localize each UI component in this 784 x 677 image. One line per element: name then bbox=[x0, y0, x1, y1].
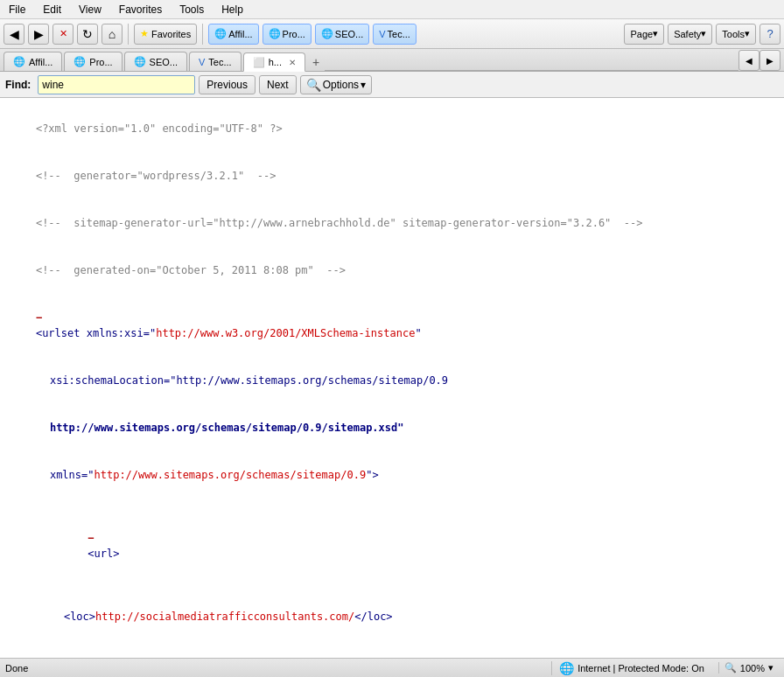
http-sitemaps-line: http://www.sitemaps.org/schemas/sitemap/… bbox=[10, 404, 774, 451]
previous-button[interactable]: Previous bbox=[199, 75, 256, 94]
tab-pro[interactable]: 🌐 Pro... bbox=[64, 52, 122, 71]
favorites-button[interactable]: ★ Favorites bbox=[134, 24, 197, 45]
tab-tec[interactable]: V Tec... bbox=[189, 52, 242, 71]
find-input[interactable] bbox=[38, 75, 195, 94]
tec-icon: V bbox=[379, 29, 385, 39]
options-button[interactable]: 🔍 Options ▾ bbox=[300, 75, 372, 94]
url1-collapse[interactable]: − bbox=[88, 532, 94, 544]
url1-lastmod: <lastmod>2011-09-03T14:38:10+00:00</last… bbox=[10, 640, 774, 658]
tab-affil[interactable]: 🌐 Affil... bbox=[4, 52, 62, 71]
menu-tools[interactable]: Tools bbox=[174, 2, 209, 17]
seo-icon: 🌐 bbox=[321, 28, 333, 39]
toolbar-separator-1 bbox=[128, 24, 129, 45]
xsi-schema-line: xsi:schemaLocation="http://www.sitemaps.… bbox=[10, 357, 774, 404]
menu-favorites[interactable]: Favorites bbox=[114, 2, 167, 17]
xmlns-link[interactable]: http://www.sitemaps.org/schemas/sitemap/… bbox=[94, 469, 366, 481]
new-tab-button[interactable]: + bbox=[307, 53, 325, 71]
toolbar-tab-tec[interactable]: V Tec... bbox=[373, 24, 416, 45]
xml-decl-text: <?xml version="1.0" encoding="UTF-8" ?> bbox=[36, 122, 283, 135]
tab-tec-icon: V bbox=[199, 57, 205, 67]
comment-gen-text: <!-- generator="wordpress/3.2.1" --> bbox=[36, 170, 276, 182]
tools-label: Tools bbox=[722, 29, 745, 39]
tec-label: Tec... bbox=[388, 29, 410, 39]
scroll-tabs-left[interactable]: ◀ bbox=[738, 50, 760, 71]
status-text: Done bbox=[5, 663, 551, 674]
affil-label: Affil... bbox=[228, 29, 252, 39]
next-button[interactable]: Next bbox=[259, 75, 297, 94]
tab-tec-label: Tec... bbox=[208, 57, 231, 67]
options-label: Options bbox=[323, 79, 359, 91]
toolbar-tab-seo[interactable]: 🌐 SEO... bbox=[315, 24, 369, 45]
star-icon: ★ bbox=[140, 28, 149, 39]
options-arrow: ▾ bbox=[360, 79, 366, 91]
help-button[interactable]: ? bbox=[760, 24, 780, 45]
tab-pro-icon: 🌐 bbox=[74, 56, 86, 67]
xsi-link[interactable]: http://www.w3.org/2001/XMLSchema-instanc… bbox=[156, 327, 415, 339]
tab-affil-icon: 🌐 bbox=[13, 56, 25, 67]
tab-pro-label: Pro... bbox=[89, 57, 112, 67]
tab-h[interactable]: ⬜ h... ✕ bbox=[243, 52, 305, 72]
zoom-level: 100% bbox=[740, 663, 765, 674]
safety-label: Safety bbox=[674, 29, 701, 39]
forward-button[interactable]: ▶ bbox=[28, 24, 49, 45]
tab-h-label: h... bbox=[269, 57, 282, 67]
tab-seo-icon: 🌐 bbox=[134, 56, 146, 67]
xmlns-line: xmlns="http://www.sitemaps.org/schemas/s… bbox=[10, 451, 774, 499]
favorites-label: Favorites bbox=[151, 29, 191, 39]
tab-h-icon: ⬜ bbox=[253, 57, 265, 68]
zone-icon: 🌐 bbox=[559, 661, 574, 675]
menu-help[interactable]: Help bbox=[216, 2, 248, 17]
tab-bar: 🌐 Affil... 🌐 Pro... 🌐 SEO... V Tec... ⬜ … bbox=[0, 49, 784, 72]
status-bar: Done 🌐 Internet | Protected Mode: On 🔍 1… bbox=[0, 658, 784, 677]
main-toolbar: ◀ ▶ ✕ ↻ ⌂ ★ Favorites 🌐 Affil... 🌐 Pro..… bbox=[0, 19, 784, 49]
home-button[interactable]: ⌂ bbox=[102, 24, 122, 45]
comment-sitemap-url: <!-- sitemap-generator-url="http://www.a… bbox=[10, 199, 774, 247]
page-button[interactable]: Page ▾ bbox=[624, 24, 664, 45]
comment-generator: <!-- generator="wordpress/3.2.1" --> bbox=[10, 152, 774, 199]
comment-generated: <!-- generated-on="October 5, 2011 8:08 … bbox=[10, 247, 774, 294]
menu-view[interactable]: View bbox=[74, 2, 107, 17]
refresh-button[interactable]: ↻ bbox=[77, 24, 98, 45]
comment-gen-date: <!-- generated-on="October 5, 2011 8:08 … bbox=[36, 264, 346, 276]
menu-file[interactable]: File bbox=[4, 2, 31, 17]
comment-sitemap-text: <!-- sitemap-generator-url="http://www.a… bbox=[36, 217, 643, 229]
page-label: Page bbox=[630, 29, 653, 39]
urlset-open: − <urlset xmlns:xsi="http://www.w3.org/2… bbox=[10, 294, 774, 357]
scroll-tabs-right[interactable]: ▶ bbox=[760, 50, 780, 71]
safety-button[interactable]: Safety ▾ bbox=[668, 24, 712, 45]
toolbar-tab-affil[interactable]: 🌐 Affil... bbox=[208, 24, 258, 45]
tab-h-close[interactable]: ✕ bbox=[289, 58, 296, 67]
menu-edit[interactable]: Edit bbox=[38, 2, 66, 17]
zoom-icon: 🔍 bbox=[724, 662, 737, 674]
status-zone: 🌐 Internet | Protected Mode: On bbox=[551, 661, 711, 675]
find-bar: Find: Previous Next 🔍 Options ▾ bbox=[0, 72, 784, 98]
back-button[interactable]: ◀ bbox=[4, 24, 24, 45]
url-block-1-open: − <url> bbox=[10, 499, 774, 593]
tab-affil-label: Affil... bbox=[29, 57, 52, 67]
xml-declaration: <?xml version="1.0" encoding="UTF-8" ?> bbox=[10, 105, 774, 152]
zone-text: Internet | Protected Mode: On bbox=[578, 663, 704, 674]
tools-button[interactable]: Tools ▾ bbox=[716, 24, 756, 45]
zoom-arrow: ▾ bbox=[768, 662, 774, 674]
find-label: Find: bbox=[5, 79, 31, 91]
seo-label: SEO... bbox=[335, 29, 363, 39]
tab-seo-label: SEO... bbox=[150, 57, 178, 67]
pro-icon: 🌐 bbox=[269, 28, 281, 39]
url1-loc-link[interactable]: http://socialmediatrafficconsultants.com… bbox=[95, 611, 354, 623]
urlset-collapse[interactable]: − bbox=[36, 311, 42, 324]
status-zoom[interactable]: 🔍 100% ▾ bbox=[718, 662, 779, 674]
pro-label: Pro... bbox=[283, 29, 305, 39]
toolbar-tab-pro[interactable]: 🌐 Pro... bbox=[262, 24, 312, 45]
status-right: 🌐 Internet | Protected Mode: On 🔍 100% ▾ bbox=[551, 661, 779, 675]
tab-seo[interactable]: 🌐 SEO... bbox=[124, 52, 187, 71]
affil-icon: 🌐 bbox=[214, 28, 227, 39]
url1-loc: <loc>http://socialmediatrafficconsultant… bbox=[10, 593, 774, 640]
content-area[interactable]: <?xml version="1.0" encoding="UTF-8" ?> … bbox=[0, 98, 784, 658]
toolbar-separator-2 bbox=[202, 24, 203, 45]
options-icon: 🔍 bbox=[306, 78, 321, 92]
stop-button[interactable]: ✕ bbox=[52, 24, 74, 45]
menu-bar: File Edit View Favorites Tools Help bbox=[0, 0, 784, 19]
